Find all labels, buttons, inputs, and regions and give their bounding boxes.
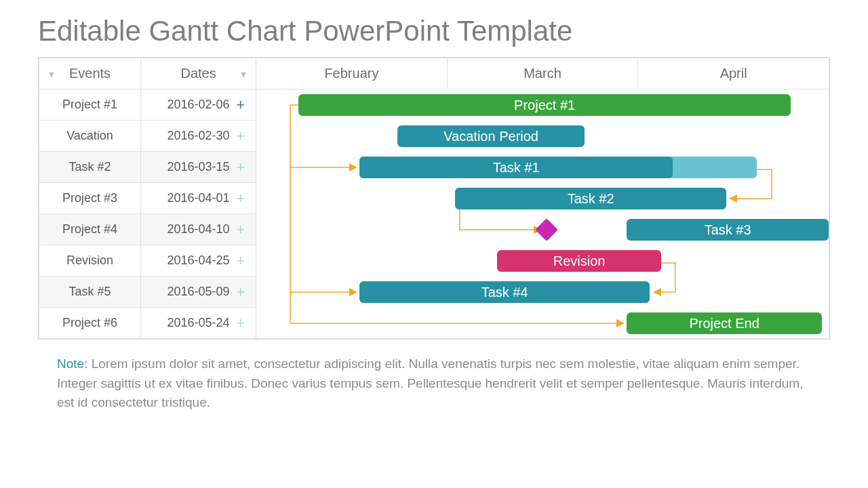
- header-events-label: Events: [69, 66, 111, 81]
- date-cell: 2016-04-25 +: [141, 245, 256, 277]
- date-text: 2016-02-30: [167, 129, 230, 142]
- event-cell: Project #6: [39, 308, 141, 339]
- date-text: 2016-03-15: [167, 160, 230, 174]
- bar-task1[interactable]: Task #1: [359, 157, 673, 178]
- date-cell: 2016-05-24 +: [141, 308, 256, 339]
- plus-icon[interactable]: +: [236, 253, 245, 268]
- event-cell: Task #5: [39, 277, 141, 308]
- date-text: 2016-04-25: [167, 253, 230, 267]
- plus-icon[interactable]: +: [236, 285, 245, 300]
- table-row: Project #1 2016-02-06 +: [39, 89, 829, 121]
- plus-icon[interactable]: +: [236, 191, 245, 206]
- date-text: 2016-04-01: [167, 191, 230, 205]
- milestone-diamond-icon[interactable]: [535, 218, 558, 241]
- date-cell: 2016-04-10 +: [141, 214, 256, 245]
- bar-task4[interactable]: Task #4: [359, 281, 650, 303]
- plus-icon[interactable]: +: [236, 222, 245, 237]
- date-text: 2016-05-24: [167, 316, 230, 329]
- bar-task2[interactable]: Task #2: [455, 188, 726, 209]
- event-cell: Project #3: [39, 183, 141, 214]
- header-dates-label: Dates: [180, 66, 216, 81]
- plus-icon[interactable]: +: [236, 98, 245, 113]
- chevron-down-icon[interactable]: ▾: [241, 67, 246, 80]
- date-text: 2016-02-06: [167, 98, 230, 111]
- header-events[interactable]: ▾ Events: [39, 58, 141, 89]
- plus-icon[interactable]: +: [236, 316, 245, 331]
- timeline-area: Project #1 Vacation Period Task #1 Task …: [256, 89, 829, 339]
- date-cell: 2016-03-15 +: [141, 152, 256, 183]
- date-cell: 2016-04-01 +: [141, 183, 256, 214]
- event-cell: Vacation: [39, 121, 141, 152]
- plus-icon[interactable]: +: [236, 160, 245, 175]
- header-month-feb: February: [256, 58, 448, 89]
- note-body: Lorem ipsum dolor sit amet, consectetur …: [57, 357, 803, 409]
- plus-icon[interactable]: +: [236, 129, 245, 144]
- slide: Editable Gantt Chart PowerPoint Template…: [0, 0, 868, 413]
- bar-project1[interactable]: Project #1: [298, 94, 791, 116]
- date-text: 2016-04-10: [167, 222, 230, 236]
- event-cell: Project #4: [39, 214, 141, 245]
- date-text: 2016-05-09: [167, 285, 230, 298]
- bar-projectend[interactable]: Project End: [627, 312, 822, 334]
- event-cell: Revision: [39, 245, 141, 277]
- bar-revision[interactable]: Revision: [497, 250, 661, 272]
- event-cell: Task #2: [39, 152, 141, 183]
- date-cell: 2016-05-09 +: [141, 277, 256, 308]
- date-cell: 2016-02-06 +: [141, 89, 256, 121]
- date-cell: 2016-02-30 +: [141, 121, 256, 152]
- gantt-table: ▾ Events Dates ▾ February March April Pr…: [38, 57, 830, 340]
- header-month-apr: April: [638, 58, 829, 89]
- header-dates[interactable]: Dates ▾: [141, 58, 256, 89]
- chevron-down-icon[interactable]: ▾: [49, 67, 54, 80]
- footnote: Note: Lorem ipsum dolor sit amet, consec…: [57, 354, 811, 413]
- note-label: Note:: [57, 357, 87, 371]
- event-cell: Project #1: [39, 89, 141, 121]
- header-month-mar: March: [447, 58, 638, 89]
- page-title: Editable Gantt Chart PowerPoint Template: [38, 15, 830, 47]
- bar-vacation[interactable]: Vacation Period: [397, 125, 585, 147]
- bar-task3[interactable]: Task #3: [627, 219, 829, 241]
